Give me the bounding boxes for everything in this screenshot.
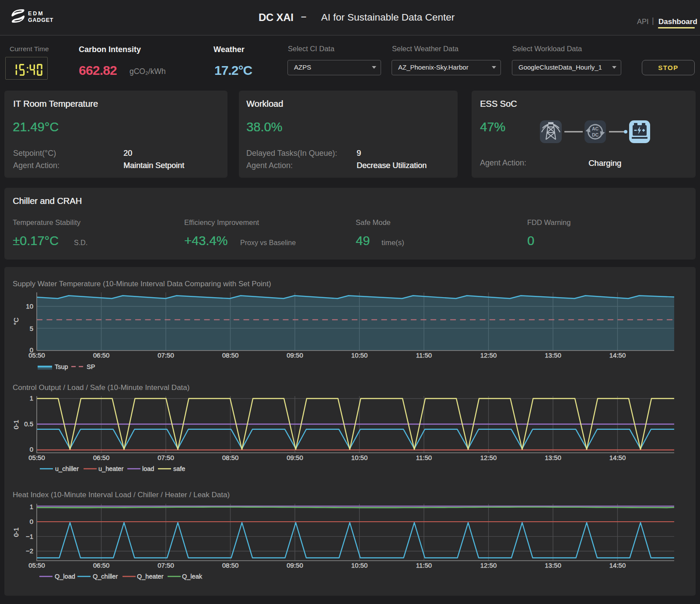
svg-text:14:50: 14:50	[609, 562, 626, 569]
svg-text:12:50: 12:50	[480, 454, 497, 461]
svg-text:05:50: 05:50	[28, 454, 45, 461]
svg-text:09:50: 09:50	[287, 454, 303, 461]
svg-text:08:50: 08:50	[222, 562, 239, 569]
svg-text:11:50: 11:50	[416, 562, 432, 569]
svg-text:06:50: 06:50	[93, 454, 110, 461]
svg-text:−1: −1	[26, 533, 33, 540]
svg-text:09:50: 09:50	[287, 562, 303, 569]
svg-text:u_chiller: u_chiller	[55, 465, 79, 472]
svg-text:07:50: 07:50	[158, 562, 174, 569]
svg-text:−2: −2	[26, 547, 33, 555]
svg-text:SP: SP	[87, 363, 95, 370]
svg-text:Tsup: Tsup	[55, 363, 68, 370]
svg-text:0: 0	[30, 446, 33, 453]
svg-text:°C: °C	[12, 317, 20, 325]
svg-text:5: 5	[30, 325, 33, 332]
svg-text:13:50: 13:50	[545, 562, 561, 569]
svg-text:09:50: 09:50	[287, 351, 303, 359]
svg-text:Q_leak: Q_leak	[182, 573, 203, 580]
svg-text:08:50: 08:50	[222, 351, 239, 359]
svg-text:07:50: 07:50	[158, 351, 174, 359]
svg-text:u_heater: u_heater	[98, 465, 123, 472]
svg-text:10:50: 10:50	[351, 454, 368, 461]
svg-text:14:50: 14:50	[609, 351, 626, 359]
svg-text:1: 1	[30, 394, 33, 402]
svg-text:11:50: 11:50	[416, 351, 432, 359]
svg-text:11:50: 11:50	[416, 454, 432, 461]
svg-text:14:50: 14:50	[609, 454, 626, 461]
svg-text:Q_load: Q_load	[55, 573, 75, 580]
svg-text:08:50: 08:50	[222, 454, 239, 461]
svg-text:13:50: 13:50	[545, 454, 561, 461]
svg-text:Q_heater: Q_heater	[137, 573, 164, 580]
svg-text:Q_chiller: Q_chiller	[93, 573, 118, 580]
svg-text:0.5: 0.5	[24, 420, 33, 428]
svg-text:06:50: 06:50	[93, 351, 110, 359]
svg-text:safe: safe	[173, 465, 185, 472]
svg-text:0-1: 0-1	[12, 420, 20, 429]
svg-text:1: 1	[30, 503, 33, 510]
svg-text:07:50: 07:50	[158, 454, 174, 461]
svg-text:12:50: 12:50	[480, 562, 497, 569]
svg-text:05:50: 05:50	[28, 562, 45, 569]
svg-text:10:50: 10:50	[351, 562, 368, 569]
svg-text:load: load	[142, 465, 154, 472]
svg-text:10: 10	[26, 302, 33, 310]
svg-text:0: 0	[30, 518, 33, 525]
svg-text:05:50: 05:50	[28, 351, 45, 359]
svg-text:10:50: 10:50	[351, 351, 368, 359]
svg-text:06:50: 06:50	[93, 562, 110, 569]
svg-text:13:50: 13:50	[545, 351, 561, 359]
svg-text:0-1: 0-1	[12, 527, 20, 537]
svg-text:12:50: 12:50	[480, 351, 497, 359]
